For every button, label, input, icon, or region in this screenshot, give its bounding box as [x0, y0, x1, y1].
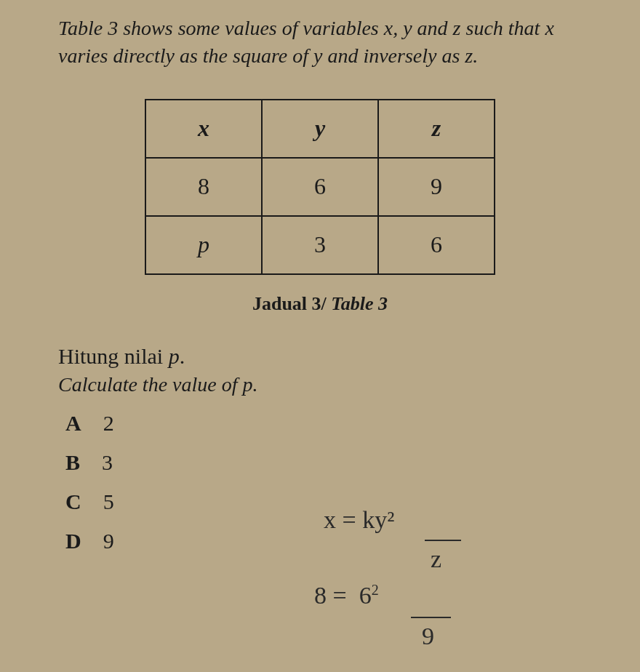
eq2-denominator: 9 — [422, 623, 434, 650]
eq1-denominator: z — [431, 545, 441, 573]
cell-variable-p: p — [145, 216, 262, 274]
option-letter: B — [65, 450, 80, 475]
eq2-numerator: 6 — [359, 582, 372, 609]
handwritten-equation-2: 8 = 62 — [314, 582, 379, 609]
col-header-x: x — [145, 100, 262, 158]
option-letter: C — [65, 489, 81, 514]
option-value: 2 — [103, 411, 114, 436]
option-letter: D — [65, 529, 81, 553]
option-value: 5 — [103, 489, 114, 514]
eq2-lhs: 8 = — [314, 582, 347, 609]
intro-text: Table 3 shows some values of variables x… — [58, 15, 582, 70]
cell: 8 — [145, 158, 262, 216]
eq1-lhs: x = — [324, 506, 356, 533]
table-header-row: x y z — [145, 100, 495, 158]
col-header-z: z — [378, 100, 495, 158]
cell: 9 — [378, 158, 495, 216]
table-row: 8 6 9 — [145, 158, 495, 216]
option-a: A 2 — [65, 411, 596, 436]
fraction-bar-icon — [411, 617, 451, 618]
question-malay-post: . — [180, 344, 185, 368]
table-container: x y z 8 6 9 p 3 6 — [44, 99, 596, 275]
eq1-numerator: ky² — [362, 506, 394, 533]
table-row: p 3 6 — [145, 216, 495, 274]
col-header-y: y — [262, 100, 378, 158]
cell: 6 — [262, 158, 378, 216]
question-malay: Hitung nilai p. — [58, 344, 596, 369]
caption-en: Table 3 — [331, 293, 388, 314]
cell: 6 — [378, 216, 495, 274]
option-b: B 3 — [65, 450, 596, 475]
option-value: 9 — [103, 529, 114, 553]
question-malay-pre: Hitung nilai — [58, 344, 169, 368]
table-caption: Jadual 3/ Table 3 — [44, 293, 596, 315]
fraction-bar-icon — [425, 540, 461, 541]
option-letter: A — [65, 411, 81, 436]
data-table: x y z 8 6 9 p 3 6 — [145, 99, 495, 275]
caption-ms: Jadual 3/ — [252, 293, 327, 314]
variable-p: p — [169, 344, 180, 368]
eq2-exponent: 2 — [372, 582, 379, 598]
option-value: 3 — [102, 450, 113, 475]
question-english: Calculate the value of p. — [58, 373, 596, 396]
cell: 3 — [262, 216, 378, 274]
handwritten-equation-1: x = ky² — [324, 506, 394, 534]
